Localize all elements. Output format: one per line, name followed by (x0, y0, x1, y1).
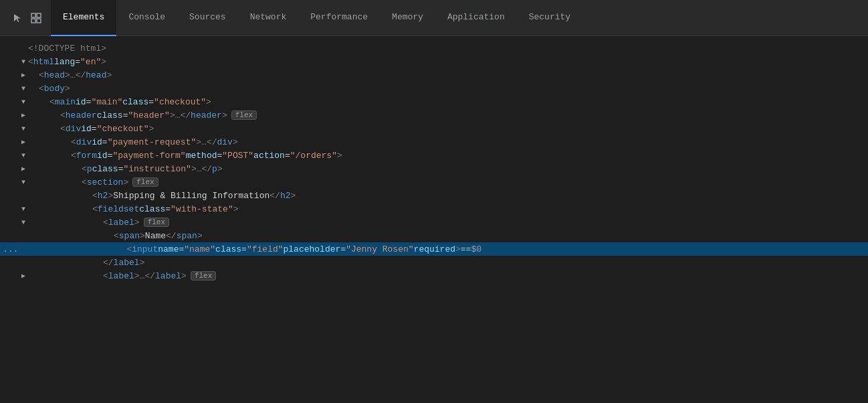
bracket-token: </ (166, 231, 177, 241)
bracket-token: > (149, 124, 154, 134)
equals-token: = (123, 110, 128, 120)
line-label2[interactable]: ▶<label>…</label>flex (0, 269, 868, 283)
expand-triangle[interactable]: ▶ (19, 165, 28, 173)
bracket-token: < (39, 70, 44, 80)
line-main[interactable]: ▼<main id="main" class="checkout"> (0, 95, 868, 108)
expand-triangle[interactable]: ▶ (19, 138, 28, 146)
line-header[interactable]: ▶<header class="header">…</header>flex (0, 108, 868, 122)
bracket-token: > (196, 137, 201, 147)
equals-token: = (285, 151, 290, 161)
attrvalue-token: "en" (80, 57, 101, 67)
svg-rect-2 (31, 19, 35, 23)
tab-sources[interactable]: Sources (177, 0, 238, 36)
attrname-token: name (158, 244, 179, 254)
attrname-token: class (215, 244, 241, 254)
attrvalue-token: "name" (184, 244, 215, 254)
tagname-token: h2 (98, 191, 108, 201)
tab-application-label: Application (447, 12, 505, 22)
bracket-token: > (134, 271, 140, 281)
line-section[interactable]: ▼<section>flex (0, 175, 868, 189)
bracket-token: > (108, 191, 113, 201)
line-body[interactable]: ▼<body> (0, 82, 868, 95)
line-label[interactable]: ▼<label>flex (0, 216, 868, 229)
line-head[interactable]: ▶<head>…</head> (0, 68, 868, 82)
tagname-token: header (66, 110, 97, 120)
tagname-token: div (76, 137, 92, 147)
line-fieldset[interactable]: ▼<fieldset class="with-state"> (0, 202, 868, 216)
bracket-token: > (140, 258, 145, 268)
tab-security[interactable]: Security (517, 0, 582, 36)
tagname-token: body (44, 84, 65, 94)
tab-elements-label: Elements (63, 12, 104, 22)
tab-elements[interactable]: Elements (51, 0, 116, 36)
tab-console-label: Console (128, 12, 165, 22)
line-div-checkout[interactable]: ▼<div id="checkout"> (0, 122, 868, 135)
attrname-token: placeholder (284, 244, 341, 254)
attrname-token: lang (54, 57, 75, 67)
expand-triangle[interactable]: ▼ (19, 219, 28, 226)
bracket-token: < (114, 231, 119, 241)
tab-performance-label: Performance (310, 12, 368, 22)
line-form[interactable]: ▼<form id="payment-form" method="POST" a… (0, 149, 868, 162)
bracket-token: < (92, 204, 98, 214)
attrvalue-token: "/orders" (290, 151, 337, 161)
expand-triangle[interactable]: ▼ (19, 179, 28, 186)
bracket-token: > (206, 97, 211, 107)
bracket-token: < (92, 191, 98, 201)
equals-token: = (108, 151, 113, 161)
line-html[interactable]: ▼<html lang="en"> (0, 55, 868, 68)
equals-token: = (241, 244, 247, 254)
bracket-token: > (455, 244, 461, 254)
bracket-token: </ (181, 110, 191, 120)
attrname-token: id (76, 97, 86, 107)
expand-triangle[interactable]: ▼ (19, 152, 28, 159)
expand-triangle[interactable]: ▼ (19, 85, 28, 92)
tab-application[interactable]: Application (435, 0, 517, 36)
expand-triangle[interactable]: ▼ (19, 206, 28, 213)
ellipsis-token: … (70, 70, 76, 80)
tagname-token: label (114, 258, 140, 268)
bracket-token: > (217, 164, 223, 174)
bracket-token: > (197, 231, 203, 241)
expand-triangle[interactable]: ▶ (19, 71, 28, 79)
expand-triangle[interactable]: ▶ (19, 111, 28, 119)
bracket-token: < (71, 151, 76, 161)
ellipsis-token: … (197, 164, 202, 174)
dots-prefix: ... (0, 244, 21, 254)
expand-triangle[interactable]: ▼ (19, 125, 28, 133)
bracket-token: </ (103, 258, 114, 268)
equals-token: == (461, 244, 471, 254)
line-h2[interactable]: <h2>Shipping & Billing Information</h2> (0, 189, 868, 202)
expand-triangle[interactable]: ▼ (19, 58, 28, 66)
toolbar-icons (3, 11, 51, 25)
line-div-payment-request[interactable]: ▶<div id="payment-request">…</div> (0, 135, 868, 149)
elements-panel: <!DOCTYPE html>▼<html lang="en">▶<head>…… (0, 36, 868, 403)
tab-sources-label: Sources (189, 12, 226, 22)
attrvalue-token: "with-state" (171, 204, 233, 214)
inspect-icon[interactable] (29, 11, 43, 25)
tab-memory[interactable]: Memory (380, 0, 435, 36)
equals-token: = (75, 57, 80, 67)
line-span[interactable]: <span>Name</span> (0, 229, 868, 242)
bracket-token: </ (144, 271, 155, 281)
cursor-icon[interactable] (11, 11, 24, 25)
bracket-token: > (134, 218, 140, 228)
expand-triangle[interactable]: ▶ (19, 272, 28, 280)
expand-triangle[interactable]: ▼ (19, 98, 28, 106)
tab-console[interactable]: Console (116, 0, 177, 36)
equals-token: = (92, 124, 97, 134)
tab-security-label: Security (529, 12, 570, 22)
line-p[interactable]: ▶<p class="instruction">…</p> (0, 162, 868, 175)
line-doctype[interactable]: <!DOCTYPE html> (0, 42, 868, 55)
attrvalue-token: "checkout" (97, 124, 149, 134)
line-close-label[interactable]: </label> (0, 256, 868, 269)
line-input[interactable]: ...<input name="name" class="field" plac… (0, 242, 868, 256)
equals-token: = (148, 97, 154, 107)
bracket-token: < (82, 164, 87, 174)
attrname-token: class (139, 204, 165, 214)
content-token: Name (145, 231, 166, 241)
ellipsis-token: … (175, 110, 181, 120)
tab-performance[interactable]: Performance (298, 0, 380, 36)
tab-network[interactable]: Network (238, 0, 299, 36)
bracket-token: < (103, 271, 108, 281)
